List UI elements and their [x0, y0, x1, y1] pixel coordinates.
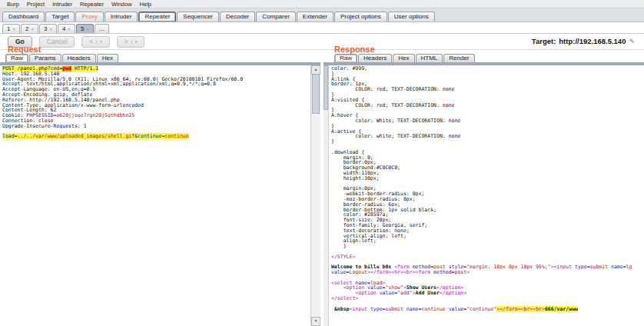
tab-project-options[interactable]: Project options	[334, 12, 387, 22]
editors-area: Request RawParamsHeadersHex POST /panel.…	[0, 45, 644, 326]
tab-decoder[interactable]: Decoder	[220, 12, 255, 22]
response-view-tabs: RawHeadersHexHTMLRender	[334, 54, 644, 62]
code-token: color: #999;	[331, 66, 367, 72]
response-editor[interactable]: color: #999;}A:link {border: 1px; COLOR:…	[324, 62, 644, 326]
menu-item-project[interactable]: Project	[23, 1, 48, 8]
code-line: align:left;	[331, 238, 642, 244]
repeater-tab-2[interactable]: 2×	[21, 24, 38, 33]
request-tab-raw[interactable]: Raw	[5, 54, 28, 62]
request-vertical-scrollbar[interactable]: ▲ ▼	[310, 65, 320, 326]
menu-item-help[interactable]: Help	[136, 1, 155, 8]
code-line: }	[331, 139, 642, 145]
code-token: COLOR: red; TEXT-DECORATION: none	[331, 86, 454, 92]
close-tab-icon[interactable]: ×	[31, 27, 34, 32]
code-token: submit	[590, 264, 608, 270]
main-tab-bar: DashboardTargetProxyIntruderRepeaterSequ…	[0, 8, 644, 22]
close-tab-icon[interactable]: ×	[68, 27, 71, 32]
response-tab-html[interactable]: HTML	[416, 54, 443, 62]
code-line: load=../../var/www/uploaded_images/shell…	[2, 134, 309, 139]
scrollbar-thumb[interactable]	[312, 74, 320, 114]
code-line	[331, 181, 642, 187]
request-tab-params[interactable]: Params	[29, 54, 61, 62]
response-text[interactable]: color: #999;}A:link {border: 1px; COLOR:…	[331, 66, 642, 326]
close-tab-icon[interactable]: ×	[49, 27, 52, 32]
code-token: value=	[446, 306, 466, 312]
code-line: }	[331, 244, 642, 249]
response-tab-headers[interactable]: Headers	[358, 54, 392, 62]
tab-repeater[interactable]: Repeater	[138, 12, 176, 22]
code-token: Add User	[416, 290, 440, 296]
repeater-tab-1[interactable]: 1×	[2, 24, 20, 33]
request-editor[interactable]: POST /panel.php?cmd=pwd HTTP/1.1Host: 19…	[0, 62, 320, 326]
request-panel-title: Request	[8, 45, 320, 54]
close-tab-icon[interactable]: ×	[12, 27, 15, 32]
code-token: load	[2, 133, 15, 139]
scroll-down-icon[interactable]: ▼	[311, 317, 320, 326]
code-line: }	[331, 108, 642, 113]
response-vertical-scrollbar[interactable]	[324, 65, 329, 326]
repeater-tab-more[interactable]: ...	[95, 24, 109, 33]
code-token: Logout	[349, 269, 367, 275]
code-token: </option>	[440, 290, 466, 296]
code-token: value=	[380, 290, 397, 296]
response-tab-render[interactable]: Render	[443, 54, 474, 62]
tab-intruder[interactable]: Intruder	[105, 12, 138, 22]
code-line: }	[331, 92, 642, 98]
repeater-tab-5[interactable]: 5×	[76, 24, 94, 33]
code-line: .download {	[331, 150, 642, 155]
code-line: height:30px;	[331, 176, 642, 181]
code-line: margin: 0;	[331, 155, 642, 161]
repeater-tab-label: 5	[81, 25, 84, 32]
code-token: >	[466, 269, 470, 275]
repeater-tab-4[interactable]: 4×	[58, 24, 75, 33]
code-token: ></form><hr><br><form	[367, 269, 433, 275]
request-text[interactable]: POST /panel.php?cmd=pwd HTTP/1.1Host: 19…	[2, 66, 309, 326]
scrollbar-thumb[interactable]	[324, 65, 328, 110]
response-tab-raw[interactable]: Raw	[334, 54, 357, 62]
menu-item-window[interactable]: Window	[108, 1, 136, 8]
tab-target[interactable]: Target	[45, 12, 75, 22]
code-token: type=	[575, 264, 590, 270]
code-token: <option	[355, 290, 379, 296]
repeater-tab-label: 3	[44, 25, 47, 32]
code-token: type=	[370, 306, 386, 312]
close-tab-icon[interactable]: ×	[86, 27, 89, 32]
code-token: =../../var/www/uploaded_images/shell.gif	[15, 133, 135, 139]
tab-comparer[interactable]: Comparer	[256, 12, 296, 22]
chevron-down-icon[interactable]: ▾	[131, 40, 138, 44]
tab-user-options[interactable]: User options	[388, 12, 435, 22]
repeater-tab-label: 4	[62, 25, 65, 32]
request-tab-headers[interactable]: Headers	[62, 54, 96, 62]
code-token: ></form><br><br>	[496, 306, 545, 312]
code-line: }	[331, 72, 642, 77]
menu-bar: BurpProjectIntruderRepeaterWindowHelp	[0, 0, 644, 8]
request-tab-hex[interactable]: Hex	[97, 54, 118, 62]
tab-extender[interactable]: Extender	[297, 12, 334, 22]
code-token: color: White; TEXT-DECORATION: none	[331, 118, 460, 124]
repeater-session-tab-bar: 1×2×3×4×5×...	[0, 22, 644, 34]
code-line: color: White; TEXT-DECORATION: none	[331, 118, 642, 124]
code-token: </STYLE>	[331, 254, 355, 260]
tab-proxy[interactable]: Proxy	[75, 12, 103, 22]
code-token: &nbsp	[331, 306, 349, 312]
response-tab-hex[interactable]: Hex	[393, 54, 414, 62]
menu-item-intruder[interactable]: Intruder	[48, 1, 76, 8]
repeater-tab-3[interactable]: 3×	[39, 24, 57, 33]
repeater-tab-label: 2	[25, 25, 28, 32]
code-token: name=	[608, 264, 626, 270]
request-panel: Request RawParamsHeadersHex POST /panel.…	[0, 45, 320, 326]
code-line: A:link {	[331, 77, 642, 82]
code-line: COLOR: red; TEXT-DECORATION: none	[331, 103, 642, 108]
code-token: submit	[385, 306, 403, 312]
tab-sequencer[interactable]: Sequencer	[177, 12, 219, 22]
tab-dashboard[interactable]: Dashboard	[2, 12, 45, 22]
code-token: pwd	[62, 66, 71, 72]
code-token: COLOR: red; TEXT-DECORATION: none	[331, 102, 454, 108]
chevron-down-icon[interactable]: ▾	[96, 40, 102, 44]
response-panel-title: Response	[334, 45, 644, 54]
edit-pencil-icon[interactable]: ✎	[629, 38, 635, 45]
code-token: "continue"	[466, 306, 496, 312]
menu-item-repeater[interactable]: Repeater	[76, 1, 108, 8]
code-line: <option value="add">Add User</option>	[331, 291, 642, 296]
menu-item-burp[interactable]: Burp	[3, 1, 23, 8]
